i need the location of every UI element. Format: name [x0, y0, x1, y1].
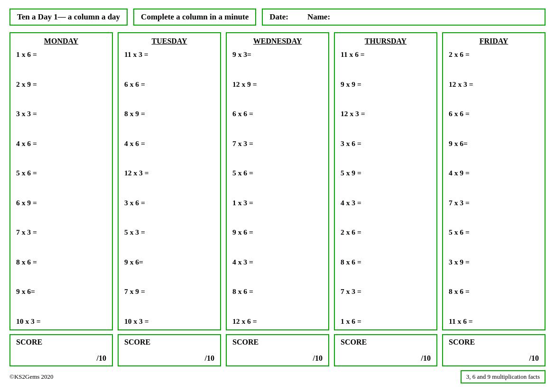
- score-label: SCORE: [449, 338, 539, 346]
- fact-item: 12 x 3 =: [341, 109, 431, 119]
- fact-item: 3 x 6 =: [124, 198, 214, 208]
- header-row: Ten a Day 1— a column a day Complete a c…: [9, 9, 546, 26]
- fact-item: 7 x 3 =: [232, 138, 323, 149]
- fact-item: 4 x 6 =: [124, 138, 214, 149]
- copyright-text: ©KS2Gems 2020: [9, 373, 54, 381]
- header-name-label: Name:: [307, 12, 330, 22]
- fact-item: 11 x 3 =: [124, 49, 214, 60]
- fact-item: 9 x 9 =: [341, 79, 431, 90]
- fact-item: 9 x 3=: [232, 49, 323, 60]
- day-header-wednesday: WEDNESDAY: [232, 37, 323, 46]
- score-value: /10: [449, 354, 539, 363]
- fact-item: 7 x 9 =: [124, 286, 214, 297]
- fact-item: 6 x 9 =: [16, 198, 106, 208]
- fact-item: 2 x 6 =: [449, 49, 539, 60]
- fact-item: 5 x 6 =: [16, 168, 106, 178]
- fact-item: 11 x 6 =: [341, 49, 431, 60]
- day-header-monday: MONDAY: [16, 37, 106, 46]
- day-col-tuesday: TUESDAY11 x 3 =6 x 6 =8 x 9 =4 x 6 =12 x…: [118, 32, 221, 366]
- day-header-tuesday: TUESDAY: [124, 37, 214, 46]
- fact-item: 8 x 6 =: [16, 257, 106, 267]
- score-box-friday: SCORE/10: [442, 334, 546, 366]
- fact-item: 10 x 3 =: [16, 316, 106, 327]
- footer-row: ©KS2Gems 2020 3, 6 and 9 multiplication …: [9, 370, 546, 383]
- fact-item: 9 x 6=: [124, 257, 214, 267]
- score-value: /10: [232, 354, 323, 363]
- fact-item: 5 x 6 =: [232, 168, 323, 178]
- fact-item: 5 x 9 =: [341, 168, 431, 178]
- fact-item: 1 x 3 =: [232, 198, 323, 208]
- score-value: /10: [124, 354, 214, 363]
- fact-item: 8 x 9 =: [124, 109, 214, 119]
- fact-item: 4 x 3 =: [341, 198, 431, 208]
- fact-item: 7 x 3 =: [341, 286, 431, 297]
- day-col-friday: FRIDAY2 x 6 =12 x 3 =6 x 6 =9 x 6=4 x 9 …: [442, 32, 546, 366]
- fact-item: 8 x 6 =: [341, 257, 431, 267]
- fact-item: 2 x 9 =: [16, 79, 106, 90]
- fact-item: 9 x 6=: [449, 138, 539, 149]
- score-value: /10: [341, 354, 431, 363]
- score-value: /10: [16, 354, 106, 363]
- fact-item: 1 x 6 =: [341, 316, 431, 327]
- fact-item: 5 x 6 =: [449, 227, 539, 237]
- fact-item: 7 x 3 =: [16, 227, 106, 237]
- header-subtitle-text: Complete a column in a minute: [141, 12, 249, 21]
- fact-item: 12 x 3 =: [124, 168, 214, 178]
- day-col-wednesday: WEDNESDAY9 x 3=12 x 9 =6 x 6 =7 x 3 =5 x…: [226, 32, 329, 366]
- day-box-friday: FRIDAY2 x 6 =12 x 3 =6 x 6 =9 x 6=4 x 9 …: [442, 32, 546, 330]
- fact-list-friday: 2 x 6 =12 x 3 =6 x 6 =9 x 6=4 x 9 =7 x 3…: [449, 47, 539, 327]
- fact-item: 4 x 3 =: [232, 257, 323, 267]
- day-header-friday: FRIDAY: [449, 37, 539, 46]
- fact-item: 5 x 3 =: [124, 227, 214, 237]
- fact-list-tuesday: 11 x 3 =6 x 6 =8 x 9 =4 x 6 =12 x 3 =3 x…: [124, 47, 214, 327]
- day-box-wednesday: WEDNESDAY9 x 3=12 x 9 =6 x 6 =7 x 3 =5 x…: [226, 32, 329, 330]
- fact-item: 11 x 6 =: [449, 316, 539, 327]
- fact-item: 6 x 6 =: [449, 109, 539, 119]
- day-col-thursday: THURSDAY11 x 6 =9 x 9 =12 x 3 =3 x 6 =5 …: [334, 32, 437, 366]
- fact-item: 6 x 6 =: [124, 79, 214, 90]
- score-label: SCORE: [341, 338, 431, 346]
- score-box-thursday: SCORE/10: [334, 334, 437, 366]
- fact-item: 7 x 3 =: [449, 198, 539, 208]
- day-box-tuesday: TUESDAY11 x 3 =6 x 6 =8 x 9 =4 x 6 =12 x…: [118, 32, 221, 330]
- fact-item: 9 x 6=: [16, 286, 106, 297]
- day-header-thursday: THURSDAY: [341, 37, 431, 46]
- fact-item: 3 x 3 =: [16, 109, 106, 119]
- header-title-text: Ten a Day 1— a column a day: [17, 12, 120, 21]
- fact-item: 3 x 6 =: [341, 138, 431, 149]
- fact-item: 4 x 6 =: [16, 138, 106, 149]
- score-box-monday: SCORE/10: [9, 334, 113, 366]
- score-label: SCORE: [232, 338, 323, 346]
- header-title: Ten a Day 1— a column a day: [9, 9, 128, 26]
- fact-item: 10 x 3 =: [124, 316, 214, 327]
- fact-item: 12 x 6 =: [232, 316, 323, 327]
- score-box-wednesday: SCORE/10: [226, 334, 329, 366]
- fact-list-wednesday: 9 x 3=12 x 9 =6 x 6 =7 x 3 =5 x 6 =1 x 3…: [232, 47, 323, 327]
- fact-list-thursday: 11 x 6 =9 x 9 =12 x 3 =3 x 6 =5 x 9 =4 x…: [341, 47, 431, 327]
- fact-item: 3 x 9 =: [449, 257, 539, 267]
- day-col-monday: MONDAY1 x 6 =2 x 9 =3 x 3 =4 x 6 =5 x 6 …: [9, 32, 113, 366]
- fact-item: 8 x 6 =: [232, 286, 323, 297]
- fact-item: 12 x 3 =: [449, 79, 539, 90]
- fact-item: 2 x 6 =: [341, 227, 431, 237]
- page-container: Ten a Day 1— a column a day Complete a c…: [9, 9, 546, 383]
- facts-label: 3, 6 and 9 multiplication facts: [461, 370, 546, 383]
- fact-item: 1 x 6 =: [16, 49, 106, 60]
- header-date-name: Date: Name:: [262, 9, 546, 26]
- fact-item: 8 x 6 =: [449, 286, 539, 297]
- score-label: SCORE: [124, 338, 214, 346]
- score-label: SCORE: [16, 338, 106, 346]
- fact-item: 9 x 6 =: [232, 227, 323, 237]
- fact-list-monday: 1 x 6 =2 x 9 =3 x 3 =4 x 6 =5 x 6 =6 x 9…: [16, 47, 106, 327]
- fact-item: 6 x 6 =: [232, 109, 323, 119]
- columns-row: MONDAY1 x 6 =2 x 9 =3 x 3 =4 x 6 =5 x 6 …: [9, 32, 546, 366]
- fact-item: 4 x 9 =: [449, 168, 539, 178]
- day-box-monday: MONDAY1 x 6 =2 x 9 =3 x 3 =4 x 6 =5 x 6 …: [9, 32, 113, 330]
- header-subtitle: Complete a column in a minute: [133, 9, 256, 26]
- day-box-thursday: THURSDAY11 x 6 =9 x 9 =12 x 3 =3 x 6 =5 …: [334, 32, 437, 330]
- header-date-label: Date:: [269, 12, 288, 22]
- score-box-tuesday: SCORE/10: [118, 334, 221, 366]
- fact-item: 12 x 9 =: [232, 79, 323, 90]
